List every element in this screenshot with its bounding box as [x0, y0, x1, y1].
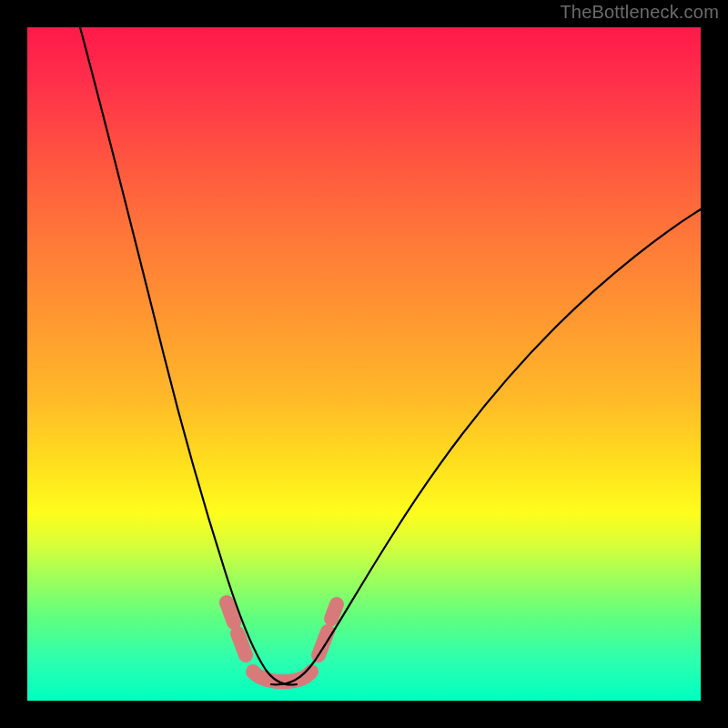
- marker-left-2: [238, 633, 246, 655]
- chart-frame: TheBottleneck.com: [0, 0, 728, 728]
- curve-layer: [27, 27, 701, 701]
- plot-area: [27, 27, 701, 701]
- marker-left-1: [227, 602, 234, 622]
- watermark-text: TheBottleneck.com: [560, 2, 719, 23]
- trough-markers: [227, 602, 337, 682]
- marker-right-2: [331, 604, 337, 619]
- curve-left-branch: [80, 27, 297, 684]
- trough-bar: [253, 672, 311, 682]
